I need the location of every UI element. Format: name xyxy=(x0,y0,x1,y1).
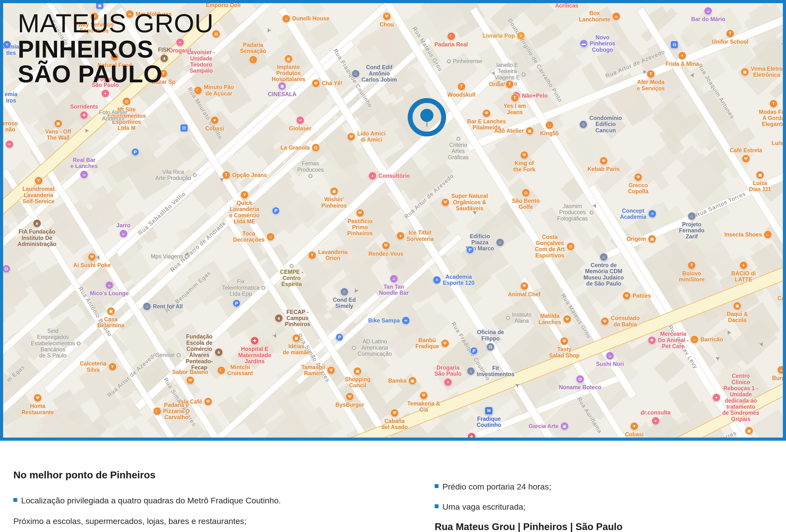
poi-caf-estrela[interactable]: Café EstrelaΨ xyxy=(730,147,762,163)
poi-lido-amici-di-amici[interactable]: ΨLido Amici di Amici xyxy=(347,131,386,143)
poi-woodskull[interactable]: TWoodskull xyxy=(447,82,476,98)
poi-casa-belarmina[interactable]: ▣Casa Belarmina xyxy=(97,307,124,329)
P-badge-icon[interactable]: P xyxy=(466,246,474,254)
poi-ad-latino-americana-comunica-o[interactable]: AD Latino Americana Comunicação xyxy=(352,339,392,357)
poi-frida-mina[interactable]: ♦Frida & Mina xyxy=(666,51,699,67)
poi-mercearia-do-animal-pet-care[interactable]: ✱Mercearia Do Animal - Pet Care xyxy=(648,331,689,350)
poi-lavanderia-orion[interactable]: YLavanderia Orion xyxy=(308,249,347,261)
poi-origem[interactable]: Origem▣ xyxy=(626,235,656,243)
poi-fernas-producoes[interactable]: Fernas Producoes xyxy=(297,161,324,178)
map-canvas[interactable]: ➤➤➤➤➤➤➤➤➤➤➤➤➤➤➤➤ Francisco IasiRua Mateu… xyxy=(0,0,786,441)
poi-temakeria-cia[interactable]: ΨTemakeria & Cia xyxy=(407,391,440,413)
poi-grecco-copolla[interactable]: ΨGrecco Copolla xyxy=(628,173,648,195)
poi-vila-rica-arte-produ-o[interactable]: Vila Rica Arte Produção xyxy=(155,169,197,181)
poi-cobasi[interactable]: ♥Cobasi xyxy=(625,422,644,438)
poi-cobasi[interactable]: ♥Cobasi xyxy=(205,116,224,132)
poi-jasmim-producoes-fotograficas[interactable]: Jasmim Producoes Fotograficas xyxy=(557,203,594,222)
poi-tamashii-ramen[interactable]: Tamashii RamenΨ xyxy=(301,364,335,377)
poi-id-ias-de-mam-e[interactable]: ▣Idéias de mamãe xyxy=(283,334,310,356)
poi-livraria-pop[interactable]: Livraria Pop≡ xyxy=(483,31,525,40)
poi-homa-restaurante[interactable]: ΨHoma Restaurante xyxy=(22,394,54,416)
poi-barric-o[interactable]: ⌂Barricão xyxy=(690,335,723,344)
poi-lu-s[interactable]: Luís xyxy=(772,140,783,146)
poi-hospital[interactable]: ✚Hospital xyxy=(461,433,483,441)
poi-emia-iros[interactable]: emia iros xyxy=(5,91,17,104)
poi-academia-esporte-120[interactable]: ≡Academia Esporte 120 xyxy=(433,274,475,286)
poi-novo-pinheiros-cobogo[interactable]: ▬Novo Pinheiros Cobogo xyxy=(580,34,615,53)
poi-padaria-real[interactable]: ☾Padaria Real xyxy=(434,32,468,47)
poi-consulado-da-bahia[interactable]: ΨConsulado da Bahia xyxy=(601,315,640,327)
poi-pastif-cio-primo-pinheiros[interactable]: ΨPastifício Primo Pinheiros xyxy=(347,209,373,236)
poi-foto-atelier-andreoni[interactable]: Foto Atelier Andreoni xyxy=(99,110,127,122)
poi-jarro[interactable]: Jarro☕ xyxy=(116,223,131,238)
poi-eroso-n-o[interactable]: eroso não xyxy=(3,120,18,133)
poi-cempe-centro-esp-rita[interactable]: CEMPE - Centro Espírita xyxy=(280,264,303,287)
poi-rendez-vous[interactable]: ΨRendez-Vous xyxy=(368,241,403,257)
poi-cond-edif-ant-nio-carlos-jobim[interactable]: ⌂Cond Edif Antônio Carlos Jobim xyxy=(351,64,397,83)
poi-mico-s-lounge[interactable]: ☕Mico's Lounge xyxy=(90,281,129,297)
poi-burger[interactable]: ☕Burger xyxy=(772,365,786,381)
poi-dunelli-house[interactable]: ⌂Dunelli House xyxy=(282,14,329,23)
poi-consult-rio[interactable]: +Consultório xyxy=(368,172,410,180)
poi-ch-y[interactable]: ΨChá Yê! xyxy=(311,79,342,88)
poi-bysburger[interactable]: ΨBysBurger xyxy=(336,392,364,408)
poi-king-of-the-fork[interactable]: ΨKing of the Fork xyxy=(513,151,535,173)
poi-crit-rio-artes-gr-ficas[interactable]: Critério Artes Gráficas xyxy=(448,137,469,160)
poi-la-granola[interactable]: La Granola⊟ xyxy=(281,143,320,152)
poi-can[interactable]: Can xyxy=(778,295,786,301)
poi-bar-do-m-rio[interactable]: ☕Bar do Mário xyxy=(691,7,725,22)
poi-real-bar-e-lanches[interactable]: Real Bar e Lanches☕ xyxy=(70,157,98,179)
poi-shopping-concil[interactable]: ▣Shopping Concil xyxy=(345,367,371,389)
poi-emporio-doli[interactable]: Emporio Doli xyxy=(206,2,240,8)
poi-sushi-nori[interactable]: ☕Sushi Nori xyxy=(596,351,624,367)
poi-quick-lavanderia-e-com-rcio-ltda-me[interactable]: YQuick Lavanderia e Comércio Ltda ME xyxy=(229,191,259,225)
taxi-badge-icon[interactable]: ⊟ xyxy=(670,41,678,49)
poi-bolovo-ministore[interactable]: TBolovo miniStore xyxy=(679,261,704,283)
poi-tan-tan-noodle-bar[interactable]: ☕Tan Tan Noodle Bar xyxy=(379,274,409,296)
poi-centro-de-mem-ria-cdm-museu-judaico-de-s[interactable]: ⌂Centro de Memória CDM Museu Judaico de … xyxy=(583,253,624,287)
poi-dr-consulta[interactable]: dr.consulta+ xyxy=(641,410,670,425)
poi-servilar[interactable]: Servilar xyxy=(156,352,181,358)
poi-bacio-di-latte[interactable]: ♦BACIO di LATTE xyxy=(731,261,756,283)
poi-garcia-arte[interactable]: Garcia Arte▣ xyxy=(529,422,569,431)
poi-s-o-bento-golfe[interactable]: ◎São Bento Golfe xyxy=(512,188,540,210)
location-pin-marker[interactable] xyxy=(408,98,446,136)
poi-fix-teleinformatica-ltda-epp[interactable]: Fix Teleinformatica Ltda Epp xyxy=(222,279,265,297)
poi-costa-gon-alves-com-de-art-esportivos[interactable]: Costa Gonçalves Com de Art Esportivos◎ xyxy=(535,234,575,259)
poi-giolaser[interactable]: ✂Giolaser xyxy=(289,116,311,132)
poi-kebab-paris[interactable]: ΨKebab Paris xyxy=(587,157,620,172)
poi-super-natural-org-nicos-saud-veis[interactable]: ΨSuper Natural Orgânicos & Saudáveis xyxy=(441,193,488,211)
poi-jp[interactable]: Jp xyxy=(781,40,786,46)
purpleb-badge-icon[interactable]: ⊟ xyxy=(2,265,10,273)
beauty-badge-icon[interactable]: ✂ xyxy=(5,140,14,148)
poi-wishin-pinheiros[interactable]: ▣Wishin' Pinheiros xyxy=(321,187,347,209)
poi-oficina-de-filippo[interactable]: Oficina de Filippo⊟ xyxy=(477,329,504,351)
poi-daqui-dacola[interactable]: ▣Daqui & Dacola xyxy=(727,302,748,323)
poi-mintchi-croissant[interactable]: ☾Mintchi Croissant xyxy=(217,364,253,377)
poi-banb-fradique[interactable]: Banbü FradiqueΨ xyxy=(415,337,449,350)
poi-projeto-fernando-zarif[interactable]: ⌂Projeto Fernando Zarif xyxy=(679,212,704,240)
poi-isla-caf[interactable]: Isla CaféΨ xyxy=(179,397,212,406)
poi-concept-academia[interactable]: Concept Academia≡ xyxy=(620,208,656,220)
poi-padaria-sensa-o[interactable]: Padaria Sensação☾ xyxy=(240,42,266,64)
taxi-badge-icon[interactable]: ⊟ xyxy=(180,124,188,132)
P-badge-icon[interactable]: P xyxy=(131,148,139,156)
poi-chou[interactable]: ΨChou xyxy=(379,12,394,28)
poi-sorridents[interactable]: Sorridents✚ xyxy=(70,104,98,119)
poi-afer-moda-e-servi-os[interactable]: TAfer Moda e Serviços xyxy=(637,70,665,92)
poi-animal-chef[interactable]: ΨAnimal Chef xyxy=(508,282,540,297)
poi-fia-funda-o-instituto-de-administra-o[interactable]: ∧FIA Fundação Instituto De Administração xyxy=(18,219,56,247)
P-badge-icon[interactable]: P xyxy=(272,207,280,215)
poi-centro-cl-nico-rebou-as-1-unidade-dedica[interactable]: +Centro Clínico Rebouças 1 - Unidade ded… xyxy=(712,373,759,422)
poi-sind-empregados-estabelecimentos-banc-ri[interactable]: Sind Empregados Estabelecimentos Bancári… xyxy=(31,328,81,358)
P-badge-icon[interactable]: P xyxy=(233,299,240,307)
poi-fit-investimentos[interactable]: ⌂Fit Investimentos xyxy=(467,365,514,377)
poi-sabor-baiano[interactable]: Sabor BaianoΨ xyxy=(172,369,208,385)
P-badge-icon[interactable]: P xyxy=(470,347,478,355)
poi-oriba[interactable]: OribaT xyxy=(489,80,514,88)
poi-caba-a-del-asado[interactable]: ΨCabaña del Asado xyxy=(381,409,408,431)
poi-ice-titbit-sorveteria[interactable]: ♦Ice Titbit Sorveteria xyxy=(396,230,434,242)
poi-unifor-school[interactable]: TUnifor School xyxy=(712,29,748,45)
poi-fecap-campus-pinheiros[interactable]: ∧FECAP - Campus Pinheiros xyxy=(275,309,310,327)
poi-condom-nio-edif-cio-cancun[interactable]: ⌂Condomínio Edifício Cancun xyxy=(579,115,622,134)
